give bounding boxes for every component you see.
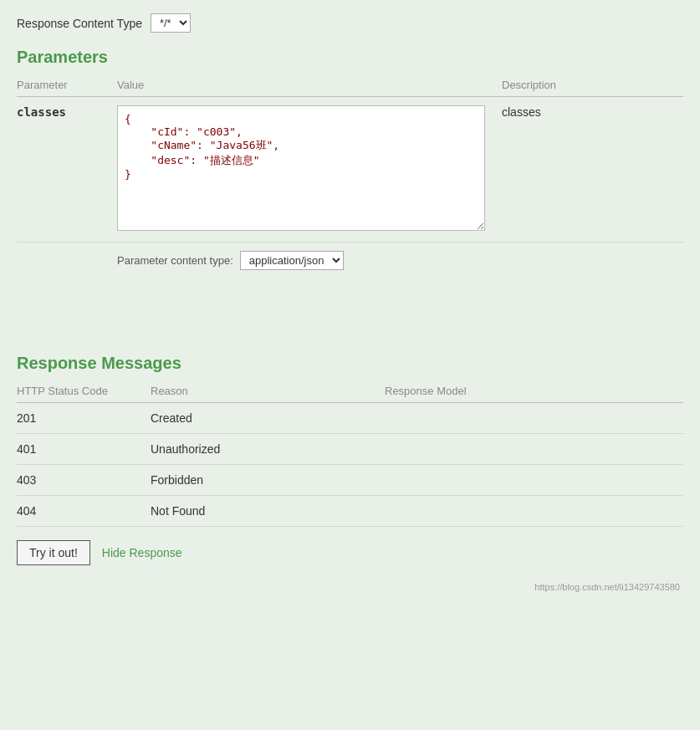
param-content-type-select[interactable]: application/json (240, 251, 344, 270)
reason-unauthorized: Unauthorized (151, 434, 385, 465)
response-messages-table: HTTP Status Code Reason Response Model 2… (17, 381, 683, 527)
model-201 (385, 403, 683, 434)
status-404: 404 (17, 496, 151, 527)
col-header-reason: Reason (151, 381, 385, 403)
table-row: 401 Unauthorized (17, 434, 683, 465)
json-value-textarea[interactable]: { "cId": "c003", "cName": "Java56班", "de… (117, 105, 485, 231)
status-201: 201 (17, 403, 151, 434)
col-header-value: Value (117, 75, 502, 97)
reason-forbidden: Forbidden (151, 465, 385, 496)
param-description-classes: classes (502, 105, 541, 119)
reason-not-found: Not Found (151, 496, 385, 527)
parameters-title: Parameters (17, 48, 683, 67)
model-401 (385, 434, 683, 465)
main-container: Response Content Type */* Parameters Par… (0, 0, 700, 605)
model-403 (385, 465, 683, 496)
table-row: 201 Created (17, 403, 683, 434)
reason-created: Created (151, 403, 385, 434)
hide-response-link[interactable]: Hide Response (102, 546, 182, 559)
param-content-type-row: Parameter content type: application/json (17, 251, 683, 270)
try-it-out-button[interactable]: Try it out! (17, 540, 90, 565)
col-header-status: HTTP Status Code (17, 381, 151, 403)
bottom-actions: Try it out! Hide Response (17, 540, 683, 565)
param-content-type-label: Parameter content type: (117, 254, 233, 267)
col-header-model: Response Model (385, 381, 683, 403)
model-404 (385, 496, 683, 527)
col-header-description: Description (502, 75, 683, 97)
status-403: 403 (17, 465, 151, 496)
response-messages-section: Response Messages HTTP Status Code Reaso… (17, 354, 683, 565)
col-header-parameter: Parameter (17, 75, 117, 97)
parameters-section: Parameters Parameter Value Description c… (17, 48, 683, 270)
table-row: 403 Forbidden (17, 465, 683, 496)
param-name-classes: classes (17, 105, 66, 119)
response-content-type-select[interactable]: */* (151, 13, 191, 33)
spacer (17, 295, 683, 345)
watermark: https://blog.csdn.net/li13429743580 (17, 582, 683, 592)
response-content-type-label: Response Content Type (17, 17, 142, 30)
parameters-table: Parameter Value Description classes { "c… (17, 75, 683, 242)
table-row: classes { "cId": "c003", "cName": "Java5… (17, 97, 683, 242)
status-401: 401 (17, 434, 151, 465)
response-messages-title: Response Messages (17, 354, 683, 373)
table-row: 404 Not Found (17, 496, 683, 527)
response-content-type-row: Response Content Type */* (17, 13, 683, 33)
